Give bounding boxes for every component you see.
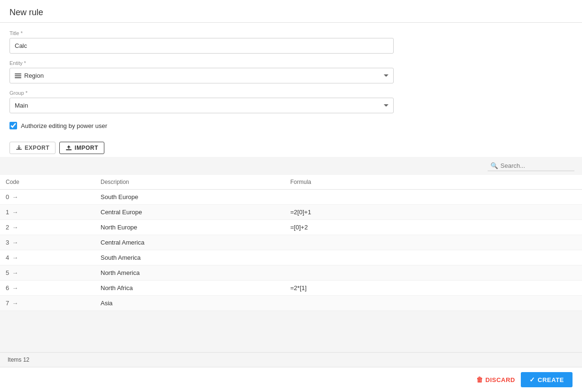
cell-formula	[285, 190, 582, 205]
group-select[interactable]: Main	[9, 98, 394, 113]
page-title: New rule	[9, 8, 573, 18]
entity-label: Entity *	[9, 60, 573, 66]
entity-field-group: Entity * Region	[9, 60, 573, 83]
table-body: 0→South Europe1→Central Europe=2[0]+12→N…	[0, 190, 582, 311]
cell-code: 1→	[0, 205, 95, 220]
export-icon	[16, 145, 22, 151]
items-count: Items 12	[8, 356, 29, 363]
checkbox-row: Authorize editing by power user	[9, 120, 573, 131]
arrow-icon[interactable]: →	[12, 254, 18, 261]
title-label: Title *	[9, 30, 573, 36]
table-row: 2→North Europe=[0]+2	[0, 220, 582, 235]
table-row: 6→North Africa=2*[1]	[0, 281, 582, 296]
discard-label: DISCARD	[485, 376, 515, 383]
search-input[interactable]	[500, 162, 572, 169]
cell-code: 3→	[0, 235, 95, 250]
cell-formula	[285, 250, 582, 265]
entity-select-wrapper: Region	[9, 68, 394, 83]
group-value: Main	[15, 102, 28, 109]
table-row: 5→North America	[0, 265, 582, 281]
cell-description: Central Europe	[95, 205, 285, 220]
group-select-wrapper: Main	[9, 98, 394, 113]
group-field-group: Group * Main	[9, 90, 573, 113]
title-field-group: Title *	[9, 30, 573, 54]
cell-description: North America	[95, 265, 285, 281]
export-button[interactable]: EXPORT	[9, 142, 55, 154]
cell-code: 4→	[0, 250, 95, 265]
svg-rect-2	[66, 149, 72, 150]
export-label: EXPORT	[25, 145, 49, 151]
menu-lines-icon	[15, 73, 21, 78]
cell-description: North Europe	[95, 220, 285, 235]
data-table: Code Description Formula 0→South Europe1…	[0, 175, 582, 311]
table-row: 4→South America	[0, 250, 582, 265]
arrow-icon[interactable]: →	[12, 209, 18, 216]
group-select-left: Main	[15, 102, 28, 109]
entity-value: Region	[24, 72, 44, 79]
cell-formula	[285, 296, 582, 311]
table-footer: Items 12	[0, 352, 582, 367]
cell-description: Central America	[95, 235, 285, 250]
arrow-icon[interactable]: →	[12, 269, 18, 276]
form-area: Title * Entity * Region Group * Main	[0, 23, 582, 139]
cell-code: 2→	[0, 220, 95, 235]
cell-formula	[285, 235, 582, 250]
entity-select-left: Region	[15, 72, 44, 79]
import-icon	[65, 145, 72, 151]
table-row: 7→Asia	[0, 296, 582, 311]
table-row: 3→Central America	[0, 235, 582, 250]
import-label: IMPORT	[74, 145, 98, 151]
arrow-icon[interactable]: →	[12, 300, 18, 307]
create-button[interactable]: ✓ CREATE	[521, 372, 573, 387]
cell-description: North Africa	[95, 281, 285, 296]
chevron-down-icon-group	[384, 104, 388, 107]
arrow-icon[interactable]: →	[12, 224, 18, 231]
cell-code: 0→	[0, 190, 95, 205]
col-code: Code	[0, 175, 95, 190]
trash-icon: 🗑	[476, 376, 483, 383]
action-bar: 🗑 DISCARD ✓ CREATE	[0, 367, 582, 392]
import-button[interactable]: IMPORT	[59, 142, 104, 154]
table-header: Code Description Formula	[0, 175, 582, 190]
cell-description: South America	[95, 250, 285, 265]
cell-formula	[285, 265, 582, 281]
check-icon: ✓	[529, 376, 536, 383]
discard-button[interactable]: 🗑 DISCARD	[476, 376, 515, 383]
table-scroll[interactable]: Code Description Formula 0→South Europe1…	[0, 175, 582, 352]
cell-code: 6→	[0, 281, 95, 296]
cell-formula: =2*[1]	[285, 281, 582, 296]
authorize-checkbox[interactable]	[9, 122, 17, 129]
cell-code: 5→	[0, 265, 95, 281]
col-description: Description	[95, 175, 285, 190]
toolbar-row: EXPORT IMPORT	[0, 139, 582, 157]
arrow-icon[interactable]: →	[12, 284, 18, 292]
search-box[interactable]: 🔍	[488, 161, 574, 171]
table-container: 🔍 Code Description Formula	[0, 157, 582, 367]
create-label: CREATE	[538, 376, 564, 383]
cell-formula: =2[0]+1	[285, 205, 582, 220]
page-header: New rule	[0, 0, 582, 23]
arrow-icon[interactable]: →	[12, 193, 18, 201]
checkbox-label: Authorize editing by power user	[21, 122, 107, 129]
table-toolbar: 🔍	[0, 157, 582, 175]
cell-description: Asia	[95, 296, 285, 311]
cell-description: South Europe	[95, 190, 285, 205]
group-label: Group *	[9, 90, 573, 96]
entity-select[interactable]: Region	[9, 68, 394, 83]
arrow-icon[interactable]: →	[12, 239, 18, 246]
cell-formula: =[0]+2	[285, 220, 582, 235]
col-formula: Formula	[285, 175, 582, 190]
search-icon: 🔍	[490, 162, 498, 169]
cell-code: 7→	[0, 296, 95, 311]
table-wrapper: Code Description Formula 0→South Europe1…	[0, 175, 582, 367]
chevron-down-icon	[384, 74, 388, 77]
table-row: 1→Central Europe=2[0]+1	[0, 205, 582, 220]
table-row: 0→South Europe	[0, 190, 582, 205]
title-input[interactable]	[9, 38, 394, 54]
